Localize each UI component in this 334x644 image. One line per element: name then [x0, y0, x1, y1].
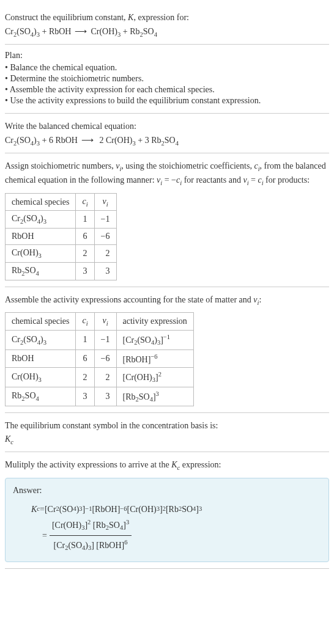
table-row: RbOH 6 −6 [6, 229, 117, 245]
term: (SO [59, 502, 73, 517]
plan-heading: Plan: [5, 51, 329, 60]
eq-lhs2: RbOH [49, 27, 72, 36]
species-cell: RbOH [6, 229, 76, 245]
eq-txt: SO [143, 27, 154, 36]
term: [RbOH] [94, 541, 124, 550]
balanced-section: Write the balanced chemical equation: Cr… [5, 114, 329, 153]
eq-plus: + [121, 27, 130, 36]
sub: 3 [43, 218, 46, 225]
eq-lhs1: Cr [5, 27, 13, 36]
col-species: chemical species [6, 193, 76, 211]
col-ci: ci [76, 193, 94, 211]
arrow-icon: ⟶ [75, 27, 87, 36]
term: (SO [68, 541, 82, 550]
intro-K: K [128, 13, 133, 22]
fraction: [Cr(OH)3]2 [Rb2SO4]3 [Cr2(SO4)3] [RbOH]6 [50, 517, 132, 555]
basis-section: The equilibrium constant symbol in the c… [5, 413, 329, 452]
eq-sub: 4 [176, 140, 179, 147]
multiply-text-a: Mulitply the activity expressions to arr… [5, 460, 171, 469]
exp: 3 [156, 390, 159, 397]
nui-cell: −6 [94, 229, 116, 245]
kc-symbol-line: Kc [5, 434, 329, 445]
rel-eq: = [249, 175, 258, 185]
exp: 6 [124, 539, 127, 546]
nui-cell: 2 [94, 245, 116, 263]
table-row: Cr(OH)3 2 2 [Cr(OH)3]2 [6, 368, 194, 387]
sp: Cr [12, 214, 20, 223]
species-cell: RbOH [6, 349, 76, 368]
exp: 2 [158, 371, 161, 378]
ci-cell: 1 [76, 211, 94, 229]
sub-i: i [106, 320, 108, 327]
act: [Cr(OH) [123, 373, 152, 382]
term: SO [109, 520, 120, 529]
sub: 3 [39, 252, 42, 259]
term: [Rb [166, 502, 179, 517]
exp: −1 [163, 334, 170, 340]
sp: Rb [12, 266, 21, 275]
sp: RbOH [12, 354, 34, 363]
species-cell: Rb2SO4 [6, 387, 76, 406]
intro-text-a: Construct the equilibrium constant, [5, 13, 128, 22]
sub: 4 [36, 270, 39, 277]
assign-text-e: for products: [264, 175, 310, 185]
exp: −6 [150, 353, 157, 360]
stoich-table: chemical species ci νi Cr2(SO4)3 1 −1 Rb… [5, 193, 117, 280]
multiply-section: Mulitply the activity expressions to arr… [5, 452, 329, 569]
assemble-text-a: Assemble the activity expressions accoun… [5, 295, 253, 304]
multiply-text-b: expression: [180, 460, 221, 469]
plan-section: Plan: • Balance the chemical equation. •… [5, 45, 329, 114]
sp: RbOH [12, 232, 34, 241]
assign-section: Assign stoichiometric numbers, νi, using… [5, 153, 329, 287]
sp: (SO [23, 214, 37, 223]
col-species: chemical species [6, 313, 76, 331]
activity-table: chemical species ci νi activity expressi… [5, 312, 194, 406]
intro-section: Construct the equilibrium constant, K, e… [5, 5, 329, 45]
sub: 3 [39, 376, 42, 382]
sub: 3 [43, 338, 46, 345]
kc-line-1: Kc = [Cr2(SO4)3]−1 [RbOH]−6 [Cr(OH)3]2 [… [31, 502, 321, 517]
ci-cell: 2 [76, 245, 94, 263]
term: [Cr(OH) [52, 520, 81, 529]
multiply-text: Mulitply the activity expressions to arr… [5, 458, 329, 473]
intro-text-b: , expression for: [133, 13, 189, 22]
sp: Cr [12, 335, 20, 344]
answer-label: Answer: [13, 486, 321, 496]
eq-plus: + [40, 27, 49, 36]
plan-bullet-1: • Balance the chemical equation. [5, 63, 329, 73]
sp: Cr(OH) [12, 248, 39, 257]
act: SO [139, 392, 150, 401]
balanced-heading: Write the balanced chemical equation: [5, 120, 329, 133]
kc-line-2: = [Cr(OH)3]2 [Rb2SO4]3 [Cr2(SO4)3] [RbOH… [42, 517, 321, 555]
eq-txt: + 3 Rb [136, 136, 161, 145]
table-row: Cr(OH)3 2 2 [6, 245, 117, 263]
arrow-icon: ⟶ [81, 136, 94, 145]
assign-text-a: Assign stoichiometric numbers, [5, 161, 116, 170]
nui-cell: 2 [94, 368, 116, 387]
eq-txt: (SO [17, 27, 31, 36]
act: [RbOH] [123, 354, 151, 364]
exp: 3 [126, 519, 129, 525]
plan-bullet-2: • Determine the stoichiometric numbers. [5, 74, 329, 84]
kc-expression: Kc = [Cr2(SO4)3]−1 [RbOH]−6 [Cr(OH)3]2 [… [31, 502, 321, 555]
col-ci: ci [76, 313, 94, 331]
species-cell: Cr2(SO4)3 [6, 211, 76, 229]
activity-cell: [Cr2(SO4)3]−1 [116, 331, 193, 349]
sub-c: c [10, 439, 13, 445]
term: [Cr [54, 541, 65, 550]
col-nui: νi [94, 313, 116, 331]
ci-cell: 1 [76, 331, 94, 349]
assign-text-b: , using the stoichiometric coefficients, [121, 161, 254, 170]
assign-text-d: for reactants and [182, 175, 243, 185]
nui-cell: −1 [94, 331, 116, 349]
term: [Rb [91, 520, 106, 529]
nui-cell: 3 [94, 387, 116, 406]
eq-rhs1: Cr(OH) [91, 27, 117, 36]
sub-i: i [86, 320, 88, 327]
sp: Rb [12, 391, 21, 400]
term: [RbOH] [92, 502, 120, 517]
table-header-row: chemical species ci νi activity expressi… [6, 313, 194, 331]
ci-cell: 3 [76, 387, 94, 406]
eq-txt: + 6 RbOH [40, 136, 78, 145]
act: [Cr [123, 335, 135, 345]
